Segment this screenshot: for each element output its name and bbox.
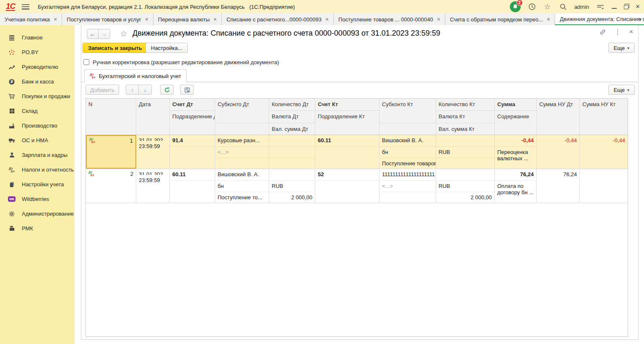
- table-row: ДтКт 1 31.01.20223:59:59 91.4 Курсовые р…: [86, 135, 628, 169]
- tab-scheta-s-obratnym-poryadkom[interactable]: Счета с обратным порядком перео...×: [445, 13, 555, 25]
- row-number: 1: [130, 138, 133, 144]
- favorites-star-icon[interactable]: ☆: [543, 3, 552, 11]
- cell-qty-dt[interactable]: [269, 135, 315, 169]
- sidebar-item-rmk[interactable]: РМК: [0, 221, 75, 236]
- tab-label: Учетная политика: [5, 16, 50, 23]
- notifications-bell-icon[interactable]: 2: [510, 1, 521, 12]
- cell-sum-nu-dt[interactable]: 76,24: [537, 169, 580, 203]
- refresh-icon[interactable]: [160, 85, 174, 95]
- get-link-icon[interactable]: [599, 29, 606, 36]
- sidebar-item-label: Wildberries: [22, 196, 49, 202]
- tab-close-icon[interactable]: ×: [213, 17, 217, 22]
- manual-adjustment-row: Ручная корректировка (разрешает редактир…: [83, 58, 279, 66]
- col-subconto-kt[interactable]: Субконто Кт: [379, 99, 436, 135]
- cell-subconto-dt[interactable]: Вишовский В. А.бнПоступление то...: [215, 169, 269, 203]
- sidebar-item-rukovoditelyu[interactable]: Руководителю: [0, 60, 75, 74]
- tab-close-icon[interactable]: ×: [547, 17, 550, 22]
- cell-n[interactable]: ДтКт 1: [86, 135, 136, 169]
- col-date[interactable]: Дата: [136, 99, 170, 135]
- cell-sum-nu-kt[interactable]: [580, 169, 628, 203]
- tab-close-icon[interactable]: ×: [437, 17, 440, 22]
- cell-sum[interactable]: 76,24Оплата по договору бн ...: [495, 169, 537, 203]
- cell-account-kt[interactable]: 60.11: [315, 135, 379, 169]
- sidebar-item-nastroyki-ucheta[interactable]: Настройки учета: [0, 177, 75, 192]
- cell-qty-kt[interactable]: RUB: [436, 135, 495, 169]
- change-form-icon[interactable]: [180, 85, 194, 95]
- cell-account-dt[interactable]: 60.11: [170, 169, 215, 203]
- col-n[interactable]: N: [86, 99, 136, 135]
- col-subconto-dt[interactable]: Субконто Дт: [215, 99, 269, 135]
- sidebar-item-po-by[interactable]: PO.BY: [0, 45, 75, 60]
- row-number: 2: [130, 171, 133, 177]
- add-row-button[interactable]: Добавить: [86, 85, 119, 95]
- col-account-dt[interactable]: Счет ДтПодразделение Дт: [170, 99, 215, 135]
- cell-date[interactable]: 31.01.20223:59:59: [136, 169, 170, 203]
- tab-spisanie-s-raschetnogo[interactable]: Списание с расчетного...0000-000093×: [222, 13, 334, 25]
- table-more-button[interactable]: Еще▾: [608, 85, 635, 95]
- forward-button[interactable]: →: [99, 29, 110, 39]
- 1c-logo-icon: 1С: [6, 3, 15, 11]
- manual-adjustment-label: Ручная корректировка (разрешает редактир…: [93, 59, 279, 65]
- sidebar-item-nalogi-i-otchetnost[interactable]: ДтКт Налоги и отчетность: [0, 162, 75, 177]
- sidebar-item-pokupki-i-prodazhi[interactable]: Покупки и продажи: [0, 89, 75, 104]
- truck-icon: [8, 137, 16, 144]
- cell-subconto-kt[interactable]: 11111111111111111111...<...>: [379, 169, 436, 203]
- tab-dvizheniya-dokumenta[interactable]: Движения документа: Списание с р...×: [555, 13, 644, 25]
- col-qty-dt[interactable]: Количество ДтВалюта ДтВал. сумма Дт: [269, 99, 315, 135]
- tab-close-icon[interactable]: ×: [54, 17, 57, 22]
- cell-subconto-kt[interactable]: Вишовский В. А.бнПоступление товаров ...: [379, 135, 436, 169]
- tab-pereocenka-valyuty[interactable]: Переоценка валюты×: [153, 13, 222, 25]
- settings-button[interactable]: Настройка...: [145, 43, 188, 53]
- move-down-icon[interactable]: ↓: [139, 85, 151, 94]
- sidebar-item-label: Производство: [22, 122, 57, 129]
- cell-account-kt[interactable]: 52: [315, 169, 379, 203]
- tab-close-icon[interactable]: ×: [145, 17, 148, 22]
- documents-icon: [8, 181, 16, 188]
- cell-account-dt[interactable]: 91.4: [170, 135, 215, 169]
- tabs-overflow-button[interactable]: ▾: [639, 13, 641, 25]
- cell-date[interactable]: 31.01.20223:59:59: [136, 135, 170, 169]
- cell-sum[interactable]: -0,44Переоценка валютных ...: [495, 135, 537, 169]
- sidebar-item-os-i-nma[interactable]: ОС и НМА: [0, 133, 75, 148]
- tab-postuplenie-tovarov-i-uslug[interactable]: Поступление товаров и услуг×: [62, 13, 153, 25]
- sidebar-item-bank-i-kassa[interactable]: ₽ Банк и касса: [0, 74, 75, 89]
- minimize-window-button[interactable]: [612, 5, 617, 9]
- history-icon[interactable]: [528, 3, 536, 11]
- search-icon[interactable]: [559, 3, 567, 11]
- sidebar-item-glavnoe[interactable]: Главное: [0, 30, 75, 45]
- restore-window-button[interactable]: [624, 5, 628, 9]
- col-sum-nu-kt[interactable]: Сумма НУ Кт: [580, 99, 628, 135]
- tab-postuplenie-tovarov-40[interactable]: Поступление товаров ... 0000-000040×: [334, 13, 445, 25]
- sidebar-item-wildberries[interactable]: WB Wildberries: [0, 192, 75, 206]
- sidebar-item-proizvodstvo[interactable]: Производство: [0, 118, 75, 133]
- form-more-button[interactable]: Еще▾: [608, 43, 635, 53]
- service-menu-icon[interactable]: [596, 3, 605, 11]
- close-window-button[interactable]: ×: [636, 3, 640, 10]
- add-to-favorites-star-icon[interactable]: ☆: [120, 29, 127, 39]
- cell-qty-dt[interactable]: RUB2 000,00: [269, 169, 315, 203]
- sidebar-item-sklad[interactable]: Склад: [0, 104, 75, 118]
- save-and-close-button[interactable]: Записать и закрыть: [83, 43, 148, 53]
- manual-adjustment-checkbox[interactable]: [83, 59, 89, 65]
- close-form-icon[interactable]: ×: [629, 28, 633, 36]
- cell-sum-nu-kt[interactable]: -0,44: [580, 135, 628, 169]
- cell-sum-nu-dt[interactable]: -0,44: [537, 135, 580, 169]
- sidebar-item-zarplata-i-kadry[interactable]: Зарплата и кадры: [0, 148, 75, 162]
- current-user-label[interactable]: admin: [574, 4, 589, 10]
- sidebar-item-administrirovanie[interactable]: Администрирование: [0, 206, 75, 221]
- tab-accounting-register[interactable]: ДтКт Бухгалтерский и налоговый учет: [84, 69, 187, 82]
- register-tabs-row: ДтКт Бухгалтерский и налоговый учет: [81, 69, 638, 82]
- cell-subconto-dt[interactable]: Курсовые разн...<...>: [215, 135, 269, 169]
- main-menu-icon[interactable]: [22, 4, 29, 10]
- cell-n[interactable]: ДтКт 2: [86, 169, 136, 203]
- col-sum-nu-dt[interactable]: Сумма НУ Дт: [537, 99, 580, 135]
- back-button[interactable]: ←: [87, 29, 99, 39]
- cell-qty-kt[interactable]: RUB2 000,00: [436, 169, 495, 203]
- more-commands-icon[interactable]: ⋮: [615, 28, 621, 36]
- tab-close-icon[interactable]: ×: [325, 17, 329, 22]
- col-sum[interactable]: СуммаСодержание: [495, 99, 537, 135]
- col-qty-kt[interactable]: Количество КтВалюта КтВал. сумма Кт: [436, 99, 495, 135]
- col-account-kt[interactable]: Счет КтПодразделение Кт: [315, 99, 379, 135]
- tab-uchetnaya-politika[interactable]: Учетная политика×: [0, 13, 62, 25]
- move-up-icon[interactable]: ↑: [126, 85, 139, 94]
